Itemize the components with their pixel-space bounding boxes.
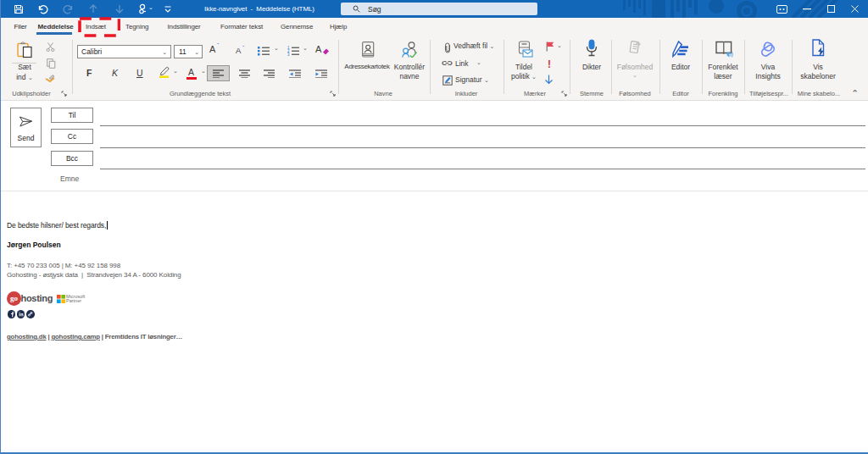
svg-text:3: 3 <box>287 53 290 56</box>
